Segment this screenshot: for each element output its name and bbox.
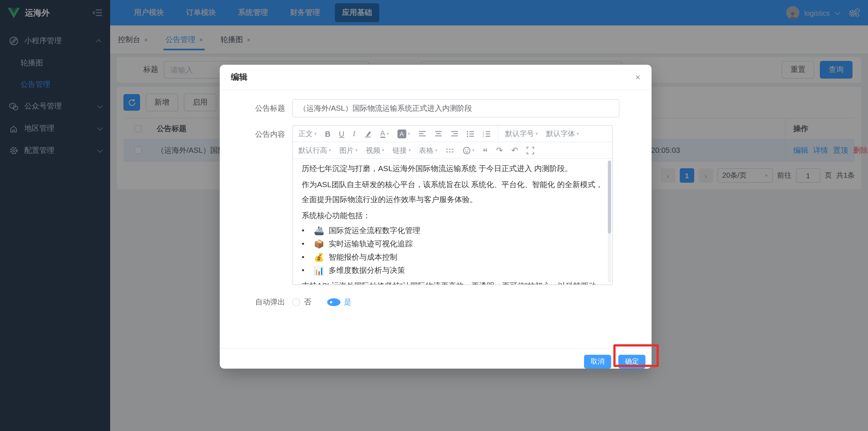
- bullet-text: 国际货运全流程数字化管理: [329, 224, 420, 238]
- dialog-title: 编辑: [231, 72, 247, 83]
- bullet-list-icon[interactable]: [467, 130, 474, 137]
- bullet-emoji-icon: 🚢: [314, 224, 324, 238]
- cancel-button[interactable]: 取消: [584, 355, 611, 369]
- bullet-text: 实时运输轨迹可视化追踪: [329, 238, 413, 251]
- align-right-icon[interactable]: [451, 131, 458, 137]
- video-dropdown[interactable]: 视频▾: [366, 145, 384, 155]
- editor-content[interactable]: 历经七年沉淀与打磨，ASL运海外国际物流运输系统 于今日正式进入 内测阶段。作为…: [293, 159, 612, 284]
- highlight-pen-icon[interactable]: [364, 129, 372, 138]
- bullet-emoji-icon: 📊: [314, 264, 324, 277]
- font-family-dropdown[interactable]: 默认字体▾: [546, 129, 579, 138]
- editor-bullet-item: •📦实时运输轨迹可视化追踪: [302, 238, 603, 251]
- align-left-icon[interactable]: [418, 131, 426, 137]
- editor-paragraph: 系统核心功能包括：: [302, 208, 603, 223]
- table-dropdown[interactable]: 表格▾: [419, 145, 437, 155]
- toolbar-divider: [498, 126, 498, 142]
- dialog-header: 编辑 ×: [220, 65, 651, 90]
- bullet-text: 多维度数据分析与决策: [329, 264, 405, 277]
- dialog-body: 公告标题 公告内容 正文▾ B U I: [220, 90, 651, 307]
- font-size-dropdown[interactable]: 默认字号▾: [505, 129, 538, 138]
- bullet-dot: •: [302, 224, 306, 238]
- bullet-emoji-icon: 💰: [314, 251, 324, 264]
- paragraph-style-dropdown[interactable]: 正文▾: [298, 129, 317, 138]
- editor-paragraph: 历经七年沉淀与打磨，ASL运海外国际物流运输系统 于今日正式进入 内测阶段。: [302, 161, 603, 176]
- rich-text-editor: 正文▾ B U I A▾ A▾: [292, 125, 613, 285]
- bullet-text: 智能报价与成本控制: [329, 251, 397, 264]
- bullet-emoji-icon: 📦: [314, 238, 324, 251]
- editor-bullet-item: •📊多维度数据分析与决策: [302, 264, 603, 277]
- radio-label: 否: [304, 297, 311, 307]
- align-center-icon[interactable]: [434, 131, 442, 137]
- link-dropdown[interactable]: 链接▾: [393, 145, 411, 155]
- auto-popup-option-否[interactable]: 否: [292, 297, 311, 307]
- auto-popup-row: 自动弹出 否是: [220, 297, 651, 307]
- editor-bullet-list: •🚢国际货运全流程数字化管理•📦实时运输轨迹可视化追踪•💰智能报价与成本控制•📊…: [302, 224, 603, 277]
- editor-bullet-item: •💰智能报价与成本控制: [302, 251, 603, 264]
- fullscreen-icon[interactable]: [527, 147, 534, 154]
- divider-line-icon[interactable]: [446, 147, 455, 153]
- confirm-button[interactable]: 确定: [618, 355, 646, 369]
- app-root: 运海外 小程序管理轮播图公告管理公众号管理地区管理配置管理 用户模块订单模块系统…: [0, 0, 868, 431]
- blockquote-icon[interactable]: “: [483, 146, 488, 155]
- bullet-dot: •: [302, 251, 306, 264]
- radio-label: 是: [344, 297, 351, 307]
- undo-icon[interactable]: ↶: [511, 145, 518, 155]
- italic-button[interactable]: I: [353, 129, 355, 138]
- emoji-dropdown[interactable]: ▾: [463, 147, 474, 154]
- dialog-footer: 取消 确定: [220, 348, 651, 369]
- editor-bullet-item: •🚢国际货运全流程数字化管理: [302, 224, 603, 238]
- radio-icon[interactable]: [292, 298, 300, 306]
- editor-paragraph-clipped: 支持ASL运海外国际始终坚持“让国际物流更高效、更透明、更可信”的初心，以科技驱…: [302, 278, 603, 284]
- auto-popup-label: 自动弹出: [220, 298, 292, 307]
- editor-scrollbar[interactable]: [608, 160, 611, 283]
- bullet-dot: •: [302, 264, 306, 277]
- underline-button[interactable]: U: [339, 129, 344, 138]
- announce-content-label: 公告内容: [220, 125, 292, 143]
- font-color-dropdown[interactable]: A▾: [380, 129, 389, 138]
- announce-title-label: 公告标题: [220, 99, 292, 117]
- edit-dialog: 编辑 × 公告标题 公告内容 正文▾ B U I: [220, 65, 651, 369]
- radio-selected-icon[interactable]: [327, 298, 340, 306]
- line-height-dropdown[interactable]: 默认行高▾: [298, 145, 331, 155]
- redo-icon[interactable]: ↷: [496, 145, 503, 155]
- svg-text:3: 3: [483, 135, 484, 137]
- editor-scrollbar-thumb[interactable]: [608, 160, 611, 234]
- numbered-list-icon[interactable]: 123: [483, 130, 490, 137]
- announce-title-input[interactable]: [292, 99, 619, 117]
- auto-popup-option-是[interactable]: 是: [327, 297, 351, 307]
- editor-toolbar-row2: 默认行高▾ 图片▾ 视频▾ 链接▾ 表格▾: [293, 142, 612, 159]
- editor-toolbar-row1: 正文▾ B U I A▾ A▾: [293, 126, 612, 142]
- image-dropdown[interactable]: 图片▾: [339, 145, 358, 155]
- close-icon[interactable]: ×: [636, 73, 641, 82]
- bg-color-dropdown[interactable]: A▾: [397, 129, 410, 138]
- bullet-dot: •: [302, 238, 306, 251]
- editor-paragraph: 作为ASL团队自主研发的核心平台，该系统旨在以 系统化、平台化、智能化 的全新模…: [302, 177, 603, 207]
- bold-button[interactable]: B: [325, 129, 331, 138]
